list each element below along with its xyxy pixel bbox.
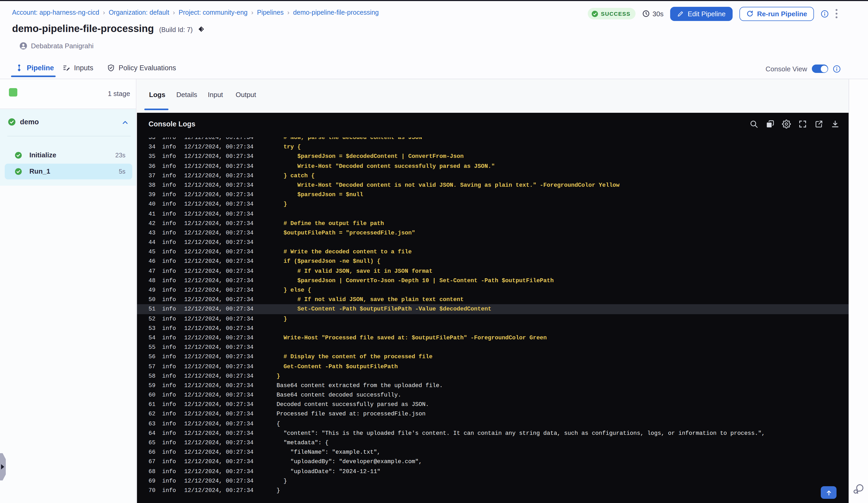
breadcrumb-account[interactable]: Account: app-harness-ng-cicd <box>12 9 99 16</box>
log-row[interactable]: 61info12/12/2024, 00:27:34Decoded conten… <box>137 400 849 409</box>
chevron-up-icon[interactable] <box>122 119 128 126</box>
log-row[interactable]: 56info12/12/2024, 00:27:34 # Display the… <box>137 352 849 361</box>
log-row[interactable]: 45info12/12/2024, 00:27:34 # Write the d… <box>137 247 849 257</box>
log-row[interactable]: 35info12/12/2024, 00:27:34 $parsedJson =… <box>137 152 849 161</box>
log-row[interactable]: 40info12/12/2024, 00:27:34 } <box>137 200 849 209</box>
log-row[interactable]: 48info12/12/2024, 00:27:34 $parsedJson |… <box>137 276 849 285</box>
log-level: info <box>162 304 184 314</box>
tab-logs[interactable]: Logs <box>149 91 165 98</box>
step-initialize[interactable]: Initialize 23s <box>5 147 132 163</box>
log-row[interactable]: 44info12/12/2024, 00:27:34 <box>137 238 849 247</box>
console-view-toggle[interactable] <box>812 64 828 73</box>
log-timestamp: 12/12/2024, 00:27:34 <box>184 171 277 180</box>
search-icon[interactable] <box>750 119 758 128</box>
pipeline-diamond-icon[interactable] <box>198 26 205 32</box>
open-in-new-icon[interactable] <box>815 119 823 128</box>
log-row[interactable]: 67info12/12/2024, 00:27:34 "uploadedBy":… <box>137 457 849 467</box>
tab-input[interactable]: Input <box>208 91 223 98</box>
log-line-number: 66 <box>148 448 162 457</box>
log-row[interactable]: 46info12/12/2024, 00:27:34 if ($parsedJs… <box>137 257 849 266</box>
rerun-pipeline-button[interactable]: Re-run Pipeline <box>739 7 814 21</box>
tab-pipeline[interactable]: Pipeline <box>15 64 54 72</box>
log-row[interactable]: 41info12/12/2024, 00:27:34 <box>137 209 849 219</box>
rerun-pipeline-label: Re-run Pipeline <box>757 10 807 18</box>
fullscreen-icon[interactable] <box>798 119 807 128</box>
console-view-info-icon[interactable] <box>833 65 841 73</box>
edit-pipeline-button[interactable]: Edit Pipeline <box>670 7 733 21</box>
log-row[interactable]: 50info12/12/2024, 00:27:34 # If not vali… <box>137 295 849 304</box>
log-line-number: 44 <box>148 238 162 247</box>
log-row[interactable]: 34info12/12/2024, 00:27:34 try { <box>137 142 849 151</box>
success-check-icon <box>8 118 16 126</box>
settings-gear-icon[interactable] <box>782 119 791 128</box>
step-run-1[interactable]: Run_1 5s <box>5 164 132 179</box>
log-message: # Display the content of the processed f… <box>277 352 849 361</box>
scroll-to-top-button[interactable] <box>821 486 837 499</box>
log-row[interactable]: 43info12/12/2024, 00:27:34 $outputFilePa… <box>137 228 849 238</box>
log-row[interactable]: 52info12/12/2024, 00:27:34 } <box>137 314 849 323</box>
log-row[interactable]: 57info12/12/2024, 00:27:34 Get-Content -… <box>137 361 849 371</box>
breadcrumb-current-pipeline[interactable]: demo-pipeline-file-processing <box>293 9 379 16</box>
log-row[interactable]: 38info12/12/2024, 00:27:34 Write-Host "D… <box>137 180 849 190</box>
log-timestamp: 12/12/2024, 00:27:34 <box>184 161 277 171</box>
log-row[interactable]: 69info12/12/2024, 00:27:34 } <box>137 476 849 486</box>
log-line-number: 36 <box>148 161 162 171</box>
breadcrumb-separator: › <box>247 9 257 16</box>
breadcrumb-pipelines[interactable]: Pipelines <box>257 9 283 16</box>
log-level: info <box>162 161 184 171</box>
stage-group-demo[interactable]: demo <box>0 115 136 129</box>
log-row[interactable]: 51info12/12/2024, 00:27:34 Set-Content -… <box>137 304 849 314</box>
log-message: try { <box>277 142 849 151</box>
breadcrumb-organization[interactable]: Organization: default <box>108 9 169 16</box>
log-level: info <box>162 361 184 371</box>
author-name: Debabrata Panigrahi <box>31 42 94 50</box>
log-row[interactable]: 49info12/12/2024, 00:27:34 } else { <box>137 285 849 295</box>
log-timestamp: 12/12/2024, 00:27:34 <box>184 333 277 343</box>
log-line-number: 57 <box>148 361 162 371</box>
log-row[interactable]: 37info12/12/2024, 00:27:34 } catch { <box>137 171 849 180</box>
harness-execution-page: Account: app-harness-ng-cicd›Organizatio… <box>0 0 868 503</box>
log-level: info <box>162 448 184 457</box>
log-row[interactable]: 55info12/12/2024, 00:27:34 <box>137 343 849 352</box>
tab-output[interactable]: Output <box>236 91 256 98</box>
log-row[interactable]: 70info12/12/2024, 00:27:34} <box>137 486 849 495</box>
log-row[interactable]: 66info12/12/2024, 00:27:34 "fileName": "… <box>137 448 849 457</box>
author-row: Debabrata Panigrahi <box>19 42 94 50</box>
log-row[interactable]: 65info12/12/2024, 00:27:34 "metadata": { <box>137 438 849 448</box>
log-row[interactable]: 64info12/12/2024, 00:27:34 "content": "T… <box>137 429 849 438</box>
log-line-number: 47 <box>148 266 162 276</box>
log-row[interactable]: 59info12/12/2024, 00:27:34Base64 content… <box>137 381 849 390</box>
log-row[interactable]: 42info12/12/2024, 00:27:34 # Define the … <box>137 219 849 228</box>
breadcrumb-project[interactable]: Project: community-eng <box>179 9 248 16</box>
kebab-menu-icon[interactable] <box>836 9 838 18</box>
log-row[interactable]: 47info12/12/2024, 00:27:34 # If valid JS… <box>137 266 849 276</box>
log-row[interactable]: 53info12/12/2024, 00:27:34 <box>137 324 849 333</box>
log-row[interactable]: 54info12/12/2024, 00:27:34 Write-Host "P… <box>137 333 849 343</box>
log-line-number: 60 <box>148 390 162 400</box>
download-icon[interactable] <box>831 119 840 128</box>
log-line-number: 45 <box>148 247 162 257</box>
support-chat-icon[interactable] <box>853 483 865 495</box>
log-message <box>277 209 849 219</box>
log-row[interactable]: 68info12/12/2024, 00:27:34 "uploadDate":… <box>137 467 849 476</box>
breadcrumb-separator: › <box>283 9 293 16</box>
copy-icon[interactable] <box>766 119 775 128</box>
log-row[interactable]: 58info12/12/2024, 00:27:34} <box>137 371 849 380</box>
log-timestamp: 12/12/2024, 00:27:34 <box>184 304 277 314</box>
tab-policy-evaluations[interactable]: Policy Evaluations <box>107 64 176 72</box>
log-scroll-area[interactable]: 33info12/12/2024, 00:27:34 # Now, parse … <box>137 137 849 503</box>
log-message: # If valid JSON, save it in JSON format <box>277 266 849 276</box>
log-row[interactable]: 60info12/12/2024, 00:27:34Base64 content… <box>137 390 849 400</box>
info-icon[interactable] <box>821 10 829 18</box>
log-row[interactable]: 63info12/12/2024, 00:27:34{ <box>137 419 849 428</box>
log-level: info <box>162 486 184 495</box>
log-row[interactable]: 39info12/12/2024, 00:27:34 $parsedJson =… <box>137 190 849 199</box>
log-timestamp: 12/12/2024, 00:27:34 <box>184 467 277 476</box>
log-row[interactable]: 33info12/12/2024, 00:27:34 # Now, parse … <box>137 137 849 142</box>
stage-status-square[interactable] <box>9 88 17 96</box>
log-row[interactable]: 62info12/12/2024, 00:27:34Processed file… <box>137 409 849 419</box>
tab-inputs[interactable]: Inputs <box>62 64 93 72</box>
log-row[interactable]: 36info12/12/2024, 00:27:34 Write-Host "D… <box>137 161 849 171</box>
tab-details[interactable]: Details <box>176 91 197 98</box>
log-timestamp: 12/12/2024, 00:27:34 <box>184 142 277 151</box>
